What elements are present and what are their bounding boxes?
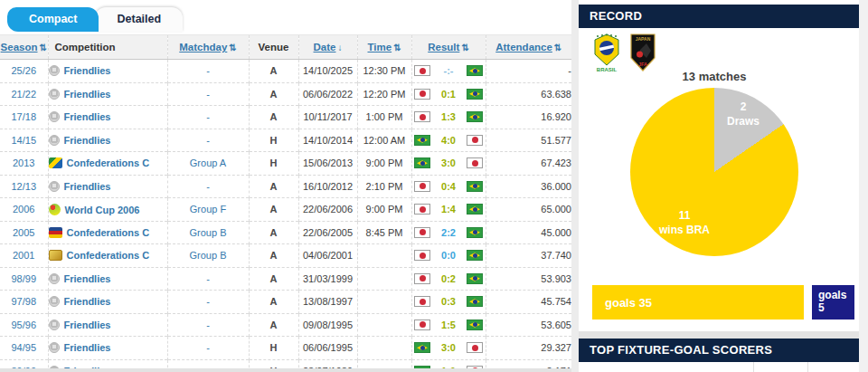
match-result[interactable]: 3:0 — [438, 342, 459, 353]
date-cell: 14/10/2014 — [298, 129, 357, 152]
matchday-link[interactable]: Group F — [190, 204, 226, 215]
season-link[interactable]: 98/99 — [11, 273, 36, 284]
season-link[interactable]: 12/13 — [11, 181, 36, 192]
sort-both-icon[interactable]: ⇅ — [229, 43, 236, 52]
competition-link[interactable]: Friendlies — [64, 273, 111, 284]
match-result[interactable]: 0:2 — [438, 273, 459, 284]
match-result[interactable]: 0:1 — [438, 89, 459, 100]
season-link[interactable]: 95/96 — [11, 320, 36, 330]
record-pie-chart — [630, 88, 798, 256]
sort-season-header[interactable]: Season — [1, 42, 38, 52]
match-row: 2013 Confederations C Group A H 15/06/20… — [0, 152, 571, 176]
sort-date-header[interactable]: Date — [314, 42, 336, 52]
competition-link[interactable]: Friendlies — [64, 296, 111, 307]
competition-link[interactable]: Confederations C — [67, 227, 150, 238]
tab-detailed[interactable]: Detailed — [95, 7, 183, 32]
time-cell: 12:00 AM — [357, 129, 411, 152]
match-row: 25/26 Friendlies - A 14/10/2025 12:30 PM… — [0, 60, 571, 83]
home-flag — [414, 320, 430, 330]
season-link[interactable]: 2005 — [13, 227, 34, 238]
season-cell: 94/95 — [0, 337, 48, 360]
matchday-link[interactable]: - — [206, 181, 210, 192]
competition-link[interactable]: Friendlies — [64, 320, 111, 330]
matchday-link[interactable]: Group B — [190, 227, 227, 238]
competition-link[interactable]: Friendlies — [64, 89, 111, 100]
date-cell: 22/06/2006 — [298, 198, 357, 222]
competition-cell: Friendlies — [48, 175, 167, 198]
match-result[interactable]: -:- — [438, 65, 459, 76]
sort-both-icon[interactable]: ⇅ — [393, 43, 401, 52]
venue-cell: A — [249, 175, 298, 198]
matchday-link[interactable]: Group B — [190, 250, 227, 261]
competition-icon — [49, 273, 60, 284]
tab-compact[interactable]: Compact — [7, 7, 99, 32]
away-flag — [467, 135, 483, 146]
season-cell: 98/99 — [0, 267, 48, 291]
result-cell: 1:4 — [411, 198, 486, 222]
season-link[interactable]: 21/22 — [11, 89, 36, 100]
matchday-link[interactable]: - — [206, 342, 210, 353]
sort-matchday-header[interactable]: Matchday — [179, 42, 227, 52]
match-result[interactable]: 0:4 — [438, 181, 459, 192]
time-cell: 1:00 PM — [357, 106, 411, 129]
sort-result-header[interactable]: Result — [428, 42, 459, 52]
competition-link[interactable]: Friendlies — [64, 181, 111, 192]
season-link[interactable]: 97/98 — [11, 296, 36, 307]
attendance-cell: 63.638 — [486, 82, 571, 106]
season-link[interactable]: 2013 — [13, 157, 34, 168]
match-result[interactable]: 4:0 — [438, 135, 459, 146]
season-link[interactable]: 25/26 — [11, 65, 36, 76]
match-result[interactable]: 1:4 — [438, 204, 459, 215]
match-result[interactable]: 0:0 — [438, 250, 459, 261]
competition-link[interactable]: Friendlies — [64, 65, 111, 76]
match-row: 94/95 Friendlies - H 06/06/1995 3:0 29.3… — [0, 337, 571, 360]
matchday-link[interactable]: - — [206, 296, 210, 307]
competition-cell: Confederations C — [48, 152, 167, 176]
japan-crest-icon[interactable]: JAPAN JFA — [627, 33, 658, 72]
sort-both-icon[interactable]: ⇅ — [554, 43, 561, 52]
matchday-link[interactable]: - — [206, 65, 210, 76]
sort-attendance-header[interactable]: Attendance — [495, 42, 552, 52]
season-cell: 14/15 — [0, 129, 48, 152]
matchday-link[interactable]: - — [206, 89, 210, 100]
matchday-link[interactable]: Group A — [190, 157, 226, 168]
sort-desc-icon[interactable]: ↓ — [337, 43, 342, 52]
matchday-link[interactable]: - — [206, 111, 210, 122]
competition-link[interactable]: Friendlies — [64, 135, 111, 146]
season-link[interactable]: 14/15 — [11, 135, 36, 146]
matchday-cell: - — [167, 129, 249, 152]
sort-time-header[interactable]: Time — [367, 42, 392, 52]
competition-link[interactable]: Friendlies — [64, 342, 111, 353]
season-link[interactable]: 17/18 — [11, 111, 36, 122]
competition-cell: Friendlies — [48, 82, 167, 106]
season-cell: 97/98 — [0, 291, 48, 314]
match-result[interactable]: 1:3 — [438, 111, 459, 122]
competition-link[interactable]: Friendlies — [64, 111, 111, 122]
match-row: 14/15 Friendlies - H 14/10/2014 12:00 AM… — [0, 129, 571, 152]
season-cell: 2006 — [0, 198, 48, 222]
result-cell: 3:0 — [411, 337, 486, 360]
date-cell: 10/11/2017 — [298, 106, 357, 129]
matchday-link[interactable]: - — [206, 135, 210, 146]
season-link[interactable]: 2006 — [13, 204, 34, 215]
competition-link[interactable]: World Cup 2006 — [65, 205, 140, 215]
competition-link[interactable]: Confederations C — [67, 157, 150, 168]
season-link[interactable]: 2001 — [13, 250, 34, 261]
date-cell: 15/06/2013 — [298, 152, 357, 176]
competition-cell: World Cup 2006 — [48, 198, 167, 222]
season-link[interactable]: 94/95 — [11, 342, 36, 353]
match-row: 2005 Confederations C Group B A 22/06/20… — [0, 221, 571, 244]
match-result[interactable]: 2:2 — [438, 227, 459, 238]
sort-both-icon[interactable]: ⇅ — [40, 43, 47, 52]
competition-link[interactable]: Confederations C — [67, 250, 150, 261]
matchday-link[interactable]: - — [206, 320, 210, 330]
home-flag — [414, 204, 430, 215]
result-cell: 0:3 — [411, 291, 486, 314]
competition-icon — [49, 204, 61, 215]
match-result[interactable]: 1:5 — [438, 320, 459, 330]
match-result[interactable]: 3:0 — [438, 157, 459, 168]
match-result[interactable]: 0:3 — [438, 296, 459, 307]
matchday-link[interactable]: - — [206, 273, 210, 284]
sort-both-icon[interactable]: ⇅ — [461, 43, 468, 52]
brazil-crest-icon[interactable]: BRASIL — [591, 33, 622, 72]
